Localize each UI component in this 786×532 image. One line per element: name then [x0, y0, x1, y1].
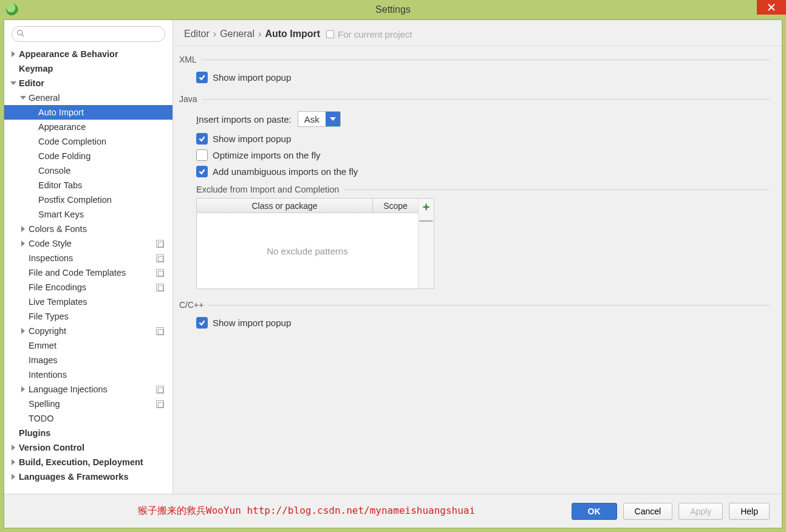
tree-item-auto-import[interactable]: Auto Import	[4, 105, 173, 120]
app-icon	[6, 4, 18, 16]
help-button[interactable]: Help	[729, 503, 770, 520]
tree-item-intentions[interactable]: Intentions	[4, 367, 173, 382]
tree-item-label: Inspections	[29, 253, 73, 263]
project-scope-icon	[156, 240, 164, 248]
tree-item-label: Code Folding	[38, 151, 91, 161]
search-input[interactable]	[12, 26, 165, 42]
tree-item-spelling[interactable]: Spelling	[4, 397, 173, 411]
settings-tree[interactable]: Appearance & BehaviorKeymapEditorGeneral…	[4, 47, 173, 494]
tree-item-label: Auto Import	[38, 107, 84, 117]
close-icon	[768, 4, 775, 11]
tree-item-smart-keys[interactable]: Smart Keys	[4, 207, 173, 222]
cpp-show-import-popup-checkbox[interactable]	[196, 317, 208, 329]
breadcrumb-item[interactable]: Editor	[184, 29, 210, 39]
tree-item-version-control[interactable]: Version Control	[4, 440, 173, 455]
tree-item-inspections[interactable]: Inspections	[4, 251, 173, 265]
xml-show-import-popup-label: Show import popup	[213, 72, 291, 83]
java-show-import-popup-label: Show import popup	[213, 134, 291, 144]
tree-item-label: TODO	[29, 414, 54, 423]
unambiguous-imports-checkbox[interactable]	[196, 166, 208, 177]
tree-item-label: Postfix Completion	[38, 195, 112, 205]
tree-item-postfix-completion[interactable]: Postfix Completion	[4, 193, 173, 207]
tree-item-label: Language Injections	[29, 384, 108, 394]
tree-item-label: Smart Keys	[38, 210, 84, 219]
tree-item-plugins[interactable]: Plugins	[4, 426, 173, 440]
tree-item-language-injections[interactable]: Language Injections	[4, 382, 173, 397]
exclude-table-header: Class or package Scope	[197, 199, 418, 213]
tree-item-images[interactable]: Images	[4, 353, 173, 367]
tree-item-editor[interactable]: Editor	[4, 76, 173, 90]
tree-item-keymap[interactable]: Keymap	[4, 61, 173, 76]
exclude-section-title: Exclude from Import and Completion	[196, 185, 770, 194]
chevron-down-icon	[20, 96, 26, 100]
tree-item-copyright[interactable]: Copyright	[4, 324, 173, 338]
tree-item-label: Code Completion	[38, 137, 106, 146]
tree-item-label: Copyright	[29, 326, 66, 336]
chevron-right-icon	[21, 226, 25, 232]
window-title: Settings	[375, 4, 411, 15]
col-scope[interactable]: Scope	[373, 199, 418, 213]
chevron-right-icon	[12, 445, 15, 451]
project-scope-icon	[156, 269, 164, 277]
add-pattern-button[interactable]: +	[423, 201, 430, 213]
tree-item-live-templates[interactable]: Live Templates	[4, 295, 173, 309]
insert-imports-select[interactable]: Ask	[298, 111, 341, 127]
group-xml-title: XML	[179, 55, 770, 64]
exclude-toolbar: + —	[418, 199, 434, 288]
breadcrumb-item[interactable]: General	[220, 29, 255, 39]
remove-pattern-button[interactable]: —	[420, 217, 433, 223]
tree-item-label: Appearance & Behavior	[19, 49, 118, 59]
cpp-show-import-popup-row: Show import popup	[196, 317, 770, 329]
tree-item-appearance-behavior[interactable]: Appearance & Behavior	[4, 47, 173, 61]
titlebar: Settings	[0, 0, 786, 19]
project-scope-icon	[156, 327, 164, 335]
tree-item-colors-fonts[interactable]: Colors & Fonts	[4, 222, 173, 236]
svg-point-0	[18, 30, 22, 35]
tree-item-label: Plugins	[19, 428, 50, 438]
insert-imports-row: Insert imports on paste: Ask	[196, 111, 770, 127]
tree-item-file-types[interactable]: File Types	[4, 309, 173, 324]
tree-item-label: Build, Execution, Deployment	[19, 457, 143, 467]
group-java-title: Java	[179, 94, 770, 104]
tree-item-file-encodings[interactable]: File Encodings	[4, 280, 173, 295]
tree-item-emmet[interactable]: Emmet	[4, 338, 173, 353]
col-class-package[interactable]: Class or package	[197, 199, 373, 213]
tree-item-code-style[interactable]: Code Style	[4, 236, 173, 251]
content-panel: Editor › General › Auto Import For curre…	[173, 20, 782, 494]
optimize-imports-row: Optimize imports on the fly	[196, 149, 770, 161]
chevron-right-icon	[12, 474, 15, 480]
tree-item-label: File Encodings	[29, 282, 86, 292]
optimize-imports-checkbox[interactable]	[196, 149, 208, 161]
tree-item-code-folding[interactable]: Code Folding	[4, 149, 173, 163]
tree-item-label: Version Control	[19, 443, 84, 452]
tree-item-label: Images	[29, 355, 58, 365]
tree-item-todo[interactable]: TODO	[4, 411, 173, 426]
close-button[interactable]	[757, 0, 786, 15]
tree-item-label: Colors & Fonts	[29, 224, 87, 234]
cancel-button[interactable]: Cancel	[623, 503, 673, 520]
apply-button[interactable]: Apply	[678, 503, 723, 520]
tree-item-console[interactable]: Console	[4, 163, 173, 178]
insert-imports-value: Ask	[298, 112, 326, 126]
tree-item-general[interactable]: General	[4, 90, 173, 105]
tree-item-file-and-code-templates[interactable]: File and Code Templates	[4, 265, 173, 280]
tree-item-label: Console	[38, 166, 70, 176]
unambiguous-imports-row: Add unambiguous imports on the fly	[196, 166, 770, 177]
breadcrumb-separator: ›	[258, 29, 261, 39]
project-scope-icon	[156, 254, 164, 262]
search-wrap	[4, 26, 173, 47]
tree-item-languages-frameworks[interactable]: Languages & Frameworks	[4, 469, 173, 484]
tree-item-code-completion[interactable]: Code Completion	[4, 134, 173, 149]
project-scope-icon	[156, 284, 164, 292]
tree-item-appearance[interactable]: Appearance	[4, 120, 173, 134]
tree-item-label: Editor Tabs	[38, 180, 82, 190]
tree-item-editor-tabs[interactable]: Editor Tabs	[4, 178, 173, 193]
java-show-import-popup-checkbox[interactable]	[196, 133, 208, 145]
breadcrumb-item-current: Auto Import	[265, 29, 320, 39]
tree-item-build-execution-deployment[interactable]: Build, Execution, Deployment	[4, 455, 173, 469]
search-icon	[16, 29, 25, 38]
xml-show-import-popup-checkbox[interactable]	[196, 72, 208, 83]
project-scope-icon	[156, 386, 164, 394]
chevron-right-icon	[21, 386, 25, 392]
ok-button[interactable]: OK	[572, 503, 617, 520]
